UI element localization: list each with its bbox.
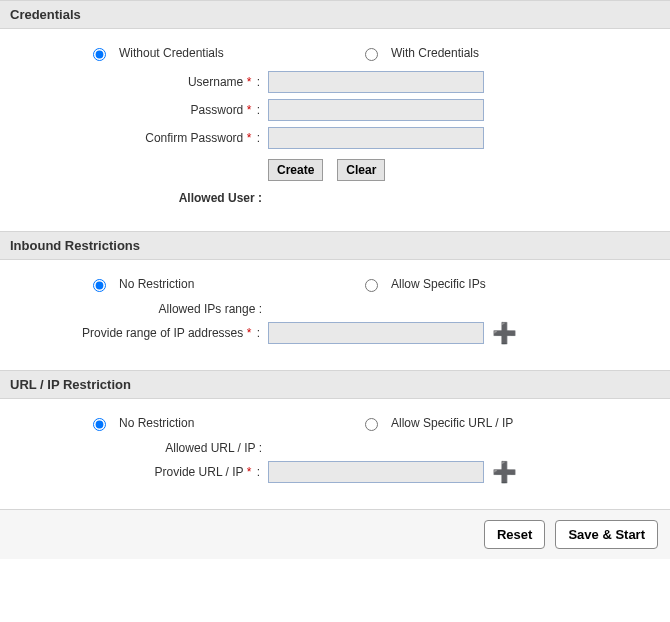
- ip-range-input[interactable]: [268, 322, 484, 344]
- radio-allow-ips-label[interactable]: Allow Specific IPs: [391, 277, 486, 291]
- label-allowed-user: Allowed User :: [10, 191, 268, 205]
- password-input[interactable]: [268, 99, 484, 121]
- footer-bar: Reset Save & Start: [0, 509, 670, 559]
- required-mark: *: [247, 326, 252, 340]
- label-password: Password * :: [10, 103, 268, 117]
- required-mark: *: [247, 465, 252, 479]
- required-mark: *: [247, 75, 252, 89]
- radio-group-no-restriction: No Restriction: [88, 276, 360, 292]
- row-password: Password * :: [10, 99, 660, 121]
- url-ip-title: URL / IP Restriction: [10, 377, 131, 392]
- section-body-credentials: Without Credentials With Credentials Use…: [0, 29, 670, 231]
- radio-url-no-restriction[interactable]: [93, 418, 106, 431]
- label-confirm-password: Confirm Password * :: [10, 131, 268, 145]
- radio-no-restriction-label[interactable]: No Restriction: [119, 277, 194, 291]
- credentials-button-row: Create Clear: [268, 159, 660, 181]
- radio-without-credentials[interactable]: [93, 48, 106, 61]
- radio-group-without: Without Credentials: [88, 45, 360, 61]
- row-allowed-user: Allowed User :: [10, 191, 660, 205]
- radio-group-allow-ips: Allow Specific IPs: [360, 276, 486, 292]
- section-body-url-ip: No Restriction Allow Specific URL / IP A…: [0, 399, 670, 509]
- create-button[interactable]: Create: [268, 159, 323, 181]
- section-header-credentials: Credentials: [0, 0, 670, 29]
- section-body-inbound: No Restriction Allow Specific IPs Allowe…: [0, 260, 670, 370]
- row-allowed-url-ip: Allowed URL / IP :: [10, 441, 660, 455]
- section-header-inbound: Inbound Restrictions: [0, 231, 670, 260]
- label-provide-url-ip: Provide URL / IP * :: [10, 465, 268, 479]
- radio-without-label[interactable]: Without Credentials: [119, 46, 224, 60]
- inbound-radio-row: No Restriction Allow Specific IPs: [88, 276, 660, 292]
- url-ip-input[interactable]: [268, 461, 484, 483]
- label-allowed-url-ip: Allowed URL / IP :: [10, 441, 268, 455]
- radio-allow-url-ip-label[interactable]: Allow Specific URL / IP: [391, 416, 513, 430]
- radio-url-no-restriction-label[interactable]: No Restriction: [119, 416, 194, 430]
- username-input[interactable]: [268, 71, 484, 93]
- radio-allow-specific-ips[interactable]: [365, 279, 378, 292]
- save-start-button[interactable]: Save & Start: [555, 520, 658, 549]
- required-mark: *: [247, 103, 252, 117]
- radio-no-restriction[interactable]: [93, 279, 106, 292]
- radio-group-allow-url-ip: Allow Specific URL / IP: [360, 415, 513, 431]
- add-ip-range-icon[interactable]: ➕: [492, 323, 517, 343]
- reset-button[interactable]: Reset: [484, 520, 545, 549]
- radio-with-credentials[interactable]: [365, 48, 378, 61]
- clear-button[interactable]: Clear: [337, 159, 385, 181]
- row-provide-url-ip: Provide URL / IP * : ➕: [10, 461, 660, 483]
- url-ip-radio-row: No Restriction Allow Specific URL / IP: [88, 415, 660, 431]
- required-mark: *: [247, 131, 252, 145]
- row-username: Username * :: [10, 71, 660, 93]
- section-header-url-ip: URL / IP Restriction: [0, 370, 670, 399]
- row-allowed-ips-range: Allowed IPs range :: [10, 302, 660, 316]
- radio-group-url-no-restriction: No Restriction: [88, 415, 360, 431]
- radio-allow-specific-url-ip[interactable]: [365, 418, 378, 431]
- confirm-password-input[interactable]: [268, 127, 484, 149]
- credentials-radio-row: Without Credentials With Credentials: [88, 45, 660, 61]
- radio-group-with: With Credentials: [360, 45, 479, 61]
- label-username: Username * :: [10, 75, 268, 89]
- credentials-title: Credentials: [10, 7, 81, 22]
- row-provide-ip-range: Provide range of IP addresses * : ➕: [10, 322, 660, 344]
- label-allowed-ips-range: Allowed IPs range :: [10, 302, 268, 316]
- radio-with-label[interactable]: With Credentials: [391, 46, 479, 60]
- label-provide-ip-range: Provide range of IP addresses * :: [10, 326, 268, 340]
- inbound-title: Inbound Restrictions: [10, 238, 140, 253]
- row-confirm-password: Confirm Password * :: [10, 127, 660, 149]
- add-url-ip-icon[interactable]: ➕: [492, 462, 517, 482]
